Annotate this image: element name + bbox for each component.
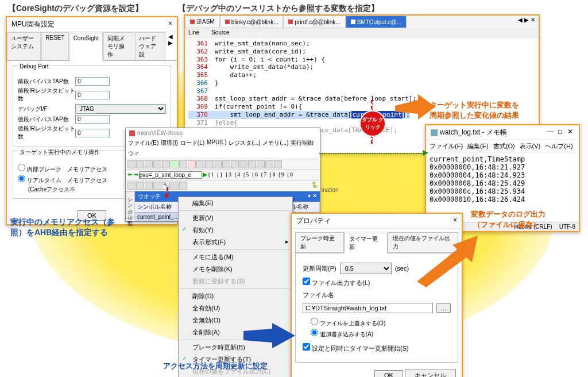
tool-icon[interactable] [196, 160, 204, 168]
info-text: ination [322, 187, 338, 193]
minimize-icon[interactable]: — [546, 128, 554, 136]
tab-coresight[interactable]: CoreSight [69, 33, 103, 61]
tool-icon[interactable] [248, 160, 256, 168]
pre-ir-input[interactable] [75, 91, 110, 99]
tool-icon[interactable] [171, 160, 179, 168]
radio-overwrite[interactable]: ファイルを上書きする(O) [311, 318, 451, 328]
tool-icon[interactable] [257, 160, 265, 168]
anno-ctx-note: アクセス方法を周期更新に設定 [163, 361, 268, 371]
ctx-item[interactable]: 更新(V) [179, 212, 292, 224]
mpu-tabs: ユーザーシステム RESET CoreSight 同期メモリ操作 ハードウェア設… [7, 32, 177, 61]
tool-icon[interactable] [274, 160, 282, 168]
ctx-item[interactable]: 全有効(U) [179, 302, 292, 314]
close-icon[interactable]: × [168, 20, 172, 29]
arrowhead-icon [164, 194, 169, 199]
ctx-item[interactable]: 削除(D) [179, 290, 292, 302]
svg-marker-0 [395, 94, 435, 120]
filetab-printf[interactable]: printf.c@@blink... [283, 16, 345, 28]
prop-cancel-button[interactable]: キャンセル [405, 370, 456, 377]
close-icon[interactable]: ✕ [566, 128, 574, 136]
file-label: ファイル名 [303, 291, 334, 298]
filetab-nav[interactable]: ◀ ▶ ✕ [514, 16, 539, 28]
tab-scroll-arrows[interactable]: ◀ ▶ [166, 32, 177, 60]
tool-icon[interactable] [153, 160, 161, 168]
period-unit: (sec) [395, 265, 409, 272]
post-tap-input[interactable] [75, 115, 110, 124]
anno-coresight-title: 【CoreSightのデバッグ資源を設定】 [8, 3, 143, 14]
mv-menubar[interactable]: ファイル(E)環境(I)ロード(L)MPU(L)レジスタ(...)メモリ(...… [126, 138, 320, 159]
prop-title: プロパティ [296, 216, 331, 226]
tool-icon[interactable] [179, 182, 187, 190]
tool-icon[interactable] [265, 160, 273, 168]
tool-icon[interactable] [127, 160, 136, 168]
tool-icon[interactable] [214, 160, 222, 168]
np-menubar[interactable]: ファイル(F)編集(E)書式(O)表示(V)ヘルプ(H) [426, 140, 579, 153]
file-icon [225, 20, 230, 24]
tool-icon[interactable] [145, 182, 153, 190]
browse-button[interactable]: … [436, 303, 451, 313]
filetab-blinky[interactable]: blinky.c@@blink... [220, 16, 284, 28]
cb-file-out[interactable]: ファイル出力する(L) [303, 278, 370, 287]
hdr-source: Source [211, 29, 230, 36]
ctx-item[interactable]: 新規に登録する(S) [179, 275, 292, 287]
tab-user-system[interactable]: ユーザーシステム [7, 32, 41, 60]
mpu-title: MPU固有設定 [11, 20, 55, 29]
tab-sync-mem[interactable]: 同期メモリ操作 [103, 32, 134, 60]
tool-icon[interactable] [222, 160, 230, 168]
symbol-list-tab[interactable]: シンボル一覧 [126, 191, 135, 219]
col-symbol[interactable]: シンボル名称 [135, 202, 184, 212]
tool-icon[interactable] [188, 160, 196, 168]
pre-tap-label: 前段バイパスTAP数 [18, 78, 75, 86]
post-ir-input[interactable] [75, 129, 110, 137]
svg-marker-1 [417, 236, 478, 287]
tool-icon[interactable] [205, 160, 213, 168]
radio-append[interactable]: 追加書き込みする(A) [311, 329, 451, 338]
tab-hardware[interactable]: ハードウェア設 [135, 32, 166, 60]
mv-address-input[interactable] [139, 171, 202, 179]
tab-reset[interactable]: RESET [41, 32, 68, 60]
tool-icon[interactable] [136, 182, 144, 190]
file-tabs: 逆ASM blinky.c@@blink... printf.c@@blink.… [185, 16, 539, 28]
ctx-item[interactable]: 編集(E) [179, 197, 292, 209]
svg-marker-3 [164, 194, 169, 199]
ptab-timer[interactable]: タイマー更新 [344, 233, 388, 253]
ctx-item[interactable]: 表示形式(F)▸ [179, 236, 292, 248]
mv-toolbar[interactable] [126, 159, 320, 170]
tool-icon[interactable] [239, 160, 247, 168]
pre-tap-input[interactable] [75, 77, 110, 86]
cb-start-timer[interactable]: 設定と同時にタイマー更新開始(S) [303, 343, 409, 353]
ptab-break[interactable]: ブレーク時更新 [295, 232, 344, 253]
mv-toolbar2[interactable]: ⬅ ➡ ▶ {1 {} {3 {4 {5 {6 {7 {8 {9 {0 [126, 170, 320, 180]
wrench-icon[interactable]: 🔧 [162, 182, 170, 190]
tool-icon[interactable] [145, 160, 153, 168]
ctx-item[interactable]: メモを削除(K) [179, 263, 292, 275]
tool-icon[interactable] [127, 182, 136, 190]
tool-icon[interactable] [136, 160, 144, 168]
mv-toolbar3[interactable]: 🔧 🐍 [126, 180, 320, 191]
file-path-input[interactable] [303, 303, 433, 313]
post-ir-label: 後段IRレジスタビット数 [18, 125, 75, 141]
go-icon[interactable]: ▶ [203, 171, 207, 179]
np-status-charset: UTF-8 [559, 224, 575, 230]
ctx-item[interactable]: 有効(Y) [179, 224, 292, 236]
anno-memaccess-l1: 実行中のメモリアクセス（参 [10, 217, 115, 228]
anno-log-out-l1: 変数データのログ出力 [471, 209, 546, 220]
tool-icon[interactable] [162, 160, 170, 168]
app-icon [129, 130, 135, 136]
prop-ok-button[interactable]: OK [374, 370, 403, 377]
hdr-line: Line [188, 29, 211, 36]
maximize-icon[interactable]: □ [556, 128, 564, 136]
period-select[interactable]: 0.5 [340, 263, 392, 274]
close-icon[interactable]: × [453, 216, 457, 226]
filetab-asm[interactable]: 逆ASM [185, 16, 220, 28]
panel-buttons[interactable]: ▾ ✕ [308, 193, 317, 201]
dbgif-select[interactable]: JTAG [75, 104, 166, 114]
ctx-item[interactable]: メモに送る(M) [179, 251, 292, 263]
tool-icon[interactable] [171, 182, 179, 190]
filetab-smtoutput[interactable]: SMTOutput.c@... [346, 16, 407, 28]
mv-title-text: microVIEW-Xross [137, 130, 183, 136]
tool-icon[interactable] [153, 182, 161, 190]
tool-icon[interactable] [179, 160, 187, 168]
svg-marker-2 [243, 323, 295, 348]
tool-icon[interactable] [231, 160, 239, 168]
